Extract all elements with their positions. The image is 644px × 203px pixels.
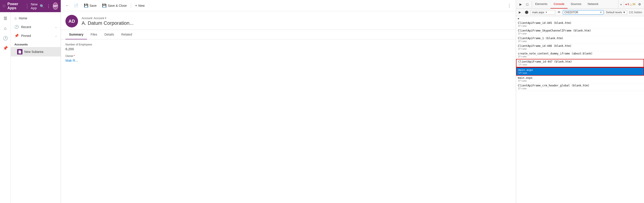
stop-btn[interactable]: ⚫: [524, 10, 530, 15]
new-button[interactable]: + New: [133, 3, 147, 9]
recent-nav-btn[interactable]: 🕐: [1, 34, 10, 43]
employees-label: Number of Employees: [66, 43, 511, 46]
filter-input[interactable]: CKEDITOR ✕: [563, 10, 604, 15]
tab-related[interactable]: Related: [118, 30, 136, 39]
source-select[interactable]: main.aspx ▼: [530, 10, 555, 15]
toolbar-more-icon[interactable]: ⋮: [506, 2, 513, 9]
record-type-chevron-icon[interactable]: ▾: [105, 17, 106, 20]
eye-btn[interactable]: 👁: [556, 10, 562, 15]
pa-logo: Power Apps: [8, 2, 22, 10]
dt-log-item[interactable]: main.aspxIFrame: [516, 76, 644, 83]
dt-chevron-row[interactable]: ▶: [516, 16, 644, 21]
dt-log-item-name: ClientApiFrame_crm_header_global (blank.…: [518, 84, 642, 87]
dt-log-item-name: create_note_content_dummy_iframe (about:…: [518, 52, 642, 55]
dt-log-item[interactable]: ClientApiFrame_crm_header_global (blank.…: [516, 83, 644, 91]
dt-tab-elements[interactable]: Elements: [532, 0, 550, 9]
record-info: Account: Account ▾ A. Datum Corporation.…: [82, 17, 511, 26]
dt-log-item[interactable]: create_note_content_dummy_iframe (about:…: [516, 51, 644, 59]
default-levels-btn[interactable]: Default levels ▼: [604, 10, 627, 15]
sidebar-new-subarea[interactable]: 📄 New Subarea: [11, 47, 61, 57]
sidebar-home-label: Home: [19, 17, 57, 20]
pa-app-name: New App: [31, 2, 38, 10]
dt-log-item-type: IFrame: [518, 72, 642, 75]
dt-log-item[interactable]: ClientApiFrame_id-447 (blank.htm)IFrame: [516, 59, 644, 67]
dt-log-item-name: ClientApiFrame_id-447 (blank.htm): [518, 60, 642, 63]
warning-icon: △: [630, 3, 632, 6]
source-select-chevron-icon: ▼: [545, 11, 548, 14]
pa-sidebar-content: ⌂ Home 🕐 Recent ⌄ 📌 Pinned ⌄ Accounts 📄 …: [11, 12, 61, 203]
home-nav-btn[interactable]: ⌂: [1, 24, 10, 33]
pinned-chevron-icon: ⌄: [55, 34, 57, 37]
subarea-label: New Subarea: [24, 50, 44, 54]
dt-log-item[interactable]: ClientApiFrame_id-445 (blank.htm)IFrame: [516, 21, 644, 28]
dt-tab-console[interactable]: Console: [550, 0, 568, 9]
sidebar-item-pinned[interactable]: 📌 Pinned ⌄: [11, 31, 61, 40]
sidebar-item-recent[interactable]: 🕐 Recent ⌄: [11, 23, 61, 31]
record-icon: 📄: [74, 3, 78, 8]
field-owner: Owner Mak R...: [66, 55, 511, 62]
new-label: New: [138, 4, 144, 8]
more-icon[interactable]: ⋮: [46, 4, 50, 9]
pa-nav-icons: ☰ ⌂ 🕐 📌: [0, 12, 11, 203]
field-employees: Number of Employees 6,200: [66, 43, 511, 51]
dt-tabs: Elements Console Sources Network: [532, 0, 618, 9]
user-avatar[interactable]: MP: [53, 3, 58, 10]
pinned-nav-btn[interactable]: 📌: [1, 44, 10, 53]
dt-log-item[interactable]: ClientApiFrame_SkypeChannelIFrame (blank…: [516, 28, 644, 36]
hidden-count: 131 hidden: [628, 11, 643, 14]
back-button[interactable]: ←: [64, 3, 71, 9]
owner-value[interactable]: Mak R...: [66, 59, 511, 62]
dt-log-item-type: IFrame: [518, 55, 642, 58]
record-body: Number of Employees 6,200 Owner Mak R...: [61, 39, 516, 203]
device-icon-btn[interactable]: ◻: [524, 1, 530, 8]
dt-tab-sources[interactable]: Sources: [568, 0, 585, 9]
record-avatar: AD: [66, 15, 78, 28]
source-select-value: main.aspx: [532, 11, 544, 14]
dt-log-item-type: IFrame: [518, 79, 642, 82]
pa-sidebar: ☰ ⌂ 🕐 📌 ⌂ Home 🕐 Recent ⌄ 📌 Pinned ⌄ Acc…: [0, 12, 61, 203]
toolbar-divider: [131, 3, 131, 8]
dt-log-item[interactable]: ClientApiFrame_id-446 (blank.htm)IFrame: [516, 44, 644, 51]
save-close-icon: 💾: [102, 3, 106, 8]
warning-count: 96: [632, 3, 636, 6]
main-content: ← 📄 💾 Save 💾 Save & Close + New ⋮ AD Acc…: [61, 0, 516, 203]
tab-details[interactable]: Details: [101, 30, 118, 39]
save-button[interactable]: 💾 Save: [82, 2, 99, 9]
record-view-button[interactable]: 📄: [72, 2, 81, 9]
hamburger-menu-btn[interactable]: ☰: [1, 14, 10, 23]
employees-value: 6,200: [66, 47, 511, 51]
dt-more-btn[interactable]: »: [618, 0, 624, 9]
dt-tab-network[interactable]: Network: [585, 0, 602, 9]
dt-log-items-container: ClientApiFrame_id-445 (blank.htm)IFrameC…: [516, 21, 644, 91]
dt-log-item[interactable]: ClientApiFrame_1 (blank.htm)IFrame: [516, 36, 644, 44]
save-label: Save: [90, 4, 97, 8]
save-close-button[interactable]: 💾 Save & Close: [100, 2, 129, 9]
powerapps-panel: ∷ Power Apps New App 🔍 ⋮ MP ☰ ⌂ 🕐 📌 ⌂ Ho…: [0, 0, 61, 203]
save-icon: 💾: [84, 3, 88, 8]
inspect-icon-btn[interactable]: ▶: [518, 1, 524, 8]
recent-chevron-icon: ⌄: [55, 26, 57, 29]
dt-topbar: ▶ ◻ Elements Console Sources Network » ●…: [516, 0, 644, 9]
topbar-divider: [27, 3, 27, 9]
play-btn[interactable]: ▶: [517, 10, 523, 15]
levels-chevron-icon: ▼: [623, 11, 626, 14]
dt-log-item-name: main.aspx: [518, 76, 642, 79]
accounts-section-header: Accounts: [11, 40, 61, 47]
grid-icon[interactable]: ∷: [3, 4, 5, 9]
tab-summary[interactable]: Summary: [66, 30, 87, 39]
owner-label: Owner: [66, 55, 511, 58]
toolbar: ← 📄 💾 Save 💾 Save & Close + New ⋮: [61, 0, 516, 11]
tab-files[interactable]: Files: [87, 30, 101, 39]
dt-log-item[interactable]: main.aspxIFrame: [516, 67, 644, 76]
record-type-label: Account: Account: [82, 17, 104, 20]
dt-log-item-type: IFrame: [518, 32, 642, 35]
dt-content: ▶ ClientApiFrame_id-445 (blank.htm)IFram…: [516, 16, 644, 203]
record-type: Account: Account ▾: [82, 17, 511, 20]
dt-log-item-name: ClientApiFrame_SkypeChannelIFrame (blank…: [518, 29, 642, 32]
devtools-settings-icon-btn[interactable]: ⚙: [636, 1, 643, 8]
search-icon[interactable]: 🔍: [40, 4, 44, 8]
dt-settings-area: ● 6 △ 96 ⚙: [624, 1, 644, 8]
sidebar-item-home[interactable]: ⌂ Home: [11, 14, 61, 23]
filter-clear-icon[interactable]: ✕: [600, 11, 602, 14]
dt-log-item-type: IFrame: [518, 87, 642, 90]
